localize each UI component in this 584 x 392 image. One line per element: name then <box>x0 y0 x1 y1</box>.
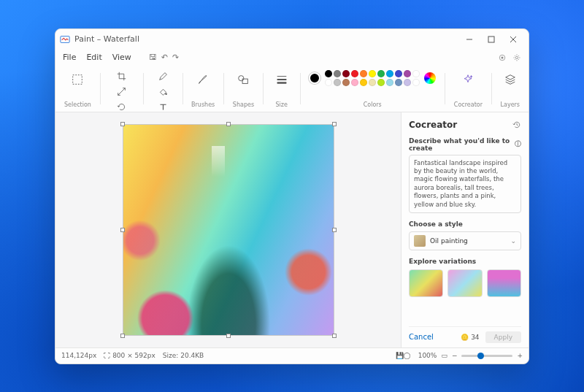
color-swatch[interactable] <box>395 70 402 77</box>
svg-point-3 <box>502 56 504 58</box>
layers-button[interactable] <box>501 70 520 89</box>
group-selection-label: Selection <box>64 101 91 108</box>
color-swatch[interactable] <box>351 79 358 86</box>
cancel-button[interactable]: Cancel <box>409 333 434 341</box>
color-swatch[interactable] <box>342 79 350 86</box>
info-icon[interactable]: ⓘ <box>515 139 521 149</box>
canvas-image <box>123 125 334 335</box>
menu-file[interactable]: File <box>63 53 76 62</box>
resize-handle[interactable] <box>332 122 337 126</box>
zoom-controls: 100% ▭ − + <box>418 352 523 359</box>
resize-handle[interactable] <box>332 228 337 232</box>
color-swatch[interactable] <box>412 70 420 77</box>
prompt-input[interactable]: Fantastical landscape inspired by the be… <box>409 155 521 214</box>
edit-colors-icon[interactable] <box>424 72 436 84</box>
color-swatch[interactable] <box>369 79 376 86</box>
color-swatch[interactable] <box>386 70 393 77</box>
style-thumbnail <box>414 235 426 247</box>
svg-rect-1 <box>488 36 494 42</box>
resize-handle[interactable] <box>120 334 125 338</box>
variation-1[interactable] <box>409 269 443 297</box>
paint-window: Paint – Waterfall File Edit View 🖫 ↶ ↷ S… <box>55 28 529 364</box>
color-swatch[interactable] <box>325 70 332 77</box>
color-palette[interactable] <box>325 70 420 86</box>
color-swatch[interactable] <box>412 79 420 86</box>
cocreator-button[interactable] <box>458 70 477 89</box>
copilot-icon[interactable] <box>498 53 507 62</box>
color-swatch[interactable] <box>334 79 341 86</box>
resize-handle[interactable] <box>226 334 231 338</box>
color-swatch[interactable] <box>325 79 332 86</box>
quick-access-toolbar: 🖫 ↶ ↷ <box>149 53 179 62</box>
group-colors-label: Colors <box>364 101 382 108</box>
settings-icon[interactable] <box>512 53 521 62</box>
color-swatch[interactable] <box>395 79 402 86</box>
group-image: Image <box>104 69 139 109</box>
svg-rect-5 <box>73 74 82 84</box>
svg-point-8 <box>239 75 244 80</box>
statusbar: 114,124px ⛶ 800 × 592px Size: 20.4KB 💾◯ … <box>55 347 529 364</box>
color-swatch[interactable] <box>342 70 350 77</box>
color-swatch[interactable] <box>334 70 341 77</box>
file-size-readout: Size: 20.4KB <box>163 352 204 359</box>
zoom-out-button[interactable]: − <box>452 352 458 359</box>
color-swatch[interactable] <box>360 70 367 77</box>
color-swatch[interactable] <box>386 79 393 86</box>
group-selection: Selection <box>60 69 96 109</box>
color-swatch[interactable] <box>377 79 385 86</box>
menubar: File Edit View 🖫 ↶ ↷ <box>55 50 529 66</box>
group-cocreator: Cocreator <box>450 69 487 109</box>
minimize-button[interactable] <box>458 32 480 47</box>
svg-point-6 <box>165 93 166 95</box>
color-swatch[interactable] <box>360 79 367 86</box>
history-icon[interactable] <box>512 120 521 129</box>
zoom-in-button[interactable]: + <box>517 352 523 359</box>
resize-handle[interactable] <box>120 228 125 232</box>
canvas[interactable] <box>123 124 334 336</box>
variation-3[interactable] <box>487 269 521 297</box>
maximize-button[interactable] <box>480 32 502 47</box>
variations-row <box>409 269 521 297</box>
panel-title: Cocreator <box>409 120 457 130</box>
zoom-slider[interactable] <box>461 355 512 357</box>
select-tool[interactable] <box>68 70 87 89</box>
canvas-area[interactable] <box>55 112 401 347</box>
pencil-tool[interactable] <box>156 70 169 83</box>
color-swatch[interactable] <box>404 79 411 86</box>
apply-button[interactable]: Apply <box>485 331 521 343</box>
group-size: Size <box>268 69 296 109</box>
color-swatch[interactable] <box>351 70 358 77</box>
menu-view[interactable]: View <box>112 53 131 62</box>
resize-handle[interactable] <box>120 122 125 126</box>
variation-2[interactable] <box>447 269 482 297</box>
ribbon: Selection Image Tools <box>55 66 529 112</box>
group-tools: Tools <box>148 69 178 109</box>
color-swatch[interactable] <box>404 70 411 77</box>
redo-icon[interactable]: ↷ <box>172 53 179 62</box>
color-swatch[interactable] <box>369 70 376 77</box>
brush-tool[interactable] <box>193 70 212 89</box>
group-shapes: Shapes <box>228 69 258 109</box>
style-label: Choose a style <box>409 220 463 228</box>
autosave-icon[interactable]: 💾◯ <box>396 352 411 359</box>
cocreator-panel: Cocreator Describe what you'd like to cr… <box>401 112 529 347</box>
resize-handle[interactable] <box>332 334 337 338</box>
resize-handle[interactable] <box>226 122 231 126</box>
undo-icon[interactable]: ↶ <box>161 53 168 62</box>
group-cocreator-label: Cocreator <box>454 101 483 108</box>
resize-tool[interactable] <box>115 85 128 99</box>
foreground-color[interactable] <box>309 72 320 84</box>
style-select[interactable]: Oil painting ⌄ <box>409 231 521 250</box>
size-tool[interactable] <box>272 70 291 89</box>
fill-tool[interactable] <box>156 85 169 99</box>
group-colors: Colors <box>304 69 440 109</box>
panel-footer: Cancel 🪙 34 Apply <box>409 326 521 343</box>
fit-icon[interactable]: ▭ <box>441 352 447 359</box>
menu-edit[interactable]: Edit <box>86 53 101 62</box>
save-icon[interactable]: 🖫 <box>149 53 157 62</box>
color-swatch[interactable] <box>377 70 385 77</box>
shapes-tool[interactable] <box>234 70 253 89</box>
crop-tool[interactable] <box>115 70 128 83</box>
close-button[interactable] <box>502 32 524 47</box>
app-icon <box>60 34 70 45</box>
